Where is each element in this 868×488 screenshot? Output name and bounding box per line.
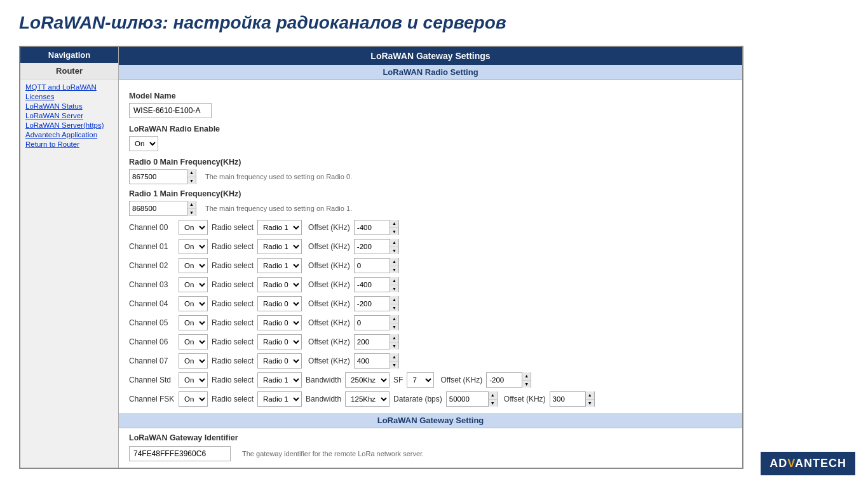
radio-select-label-4: Radio select (212, 299, 254, 308)
channel-enable-1[interactable]: On Off (179, 239, 208, 254)
offset-down-3[interactable]: ▼ (390, 285, 398, 293)
lorawan-server-https-link[interactable]: LoRaWAN Server(https) (25, 121, 113, 129)
offset-down-5[interactable]: ▼ (390, 323, 398, 331)
offset-down-0[interactable]: ▼ (390, 228, 398, 236)
gateway-id-input[interactable] (129, 446, 231, 461)
channel-label-6: Channel 06 (129, 337, 175, 346)
channel-label-0: Channel 00 (129, 223, 175, 232)
mqtt-lorawan-link[interactable]: MQTT and LoRaWAN (25, 83, 113, 91)
channel-fsk-radio[interactable]: Radio 1Radio 0 (257, 391, 302, 407)
channel-std-sf[interactable]: 789101112 (407, 372, 434, 388)
offset-down-2[interactable]: ▼ (390, 266, 398, 274)
licenses-link[interactable]: Licenses (25, 93, 113, 100)
channel-label-7: Channel 07 (129, 356, 175, 365)
channel-enable-0[interactable]: On Off (179, 220, 208, 235)
lorawan-status-link[interactable]: LoRaWAN Status (25, 102, 113, 110)
radio1-freq-down[interactable]: ▼ (187, 209, 196, 217)
radio1-freq-spinners: ▲ ▼ (187, 201, 196, 216)
channel-fsk-dr-up[interactable]: ▲ (489, 391, 497, 400)
offset-spinner-2: ▲ ▼ (354, 258, 399, 273)
radio1-freq-input[interactable] (130, 201, 187, 215)
offset-spinners-2: ▲ ▼ (390, 258, 398, 273)
radio1-freq-up[interactable]: ▲ (187, 201, 196, 209)
offset-down-4[interactable]: ▼ (390, 304, 398, 312)
radio0-freq-input[interactable] (130, 170, 187, 184)
channels-container: Channel 00 On Off Radio select Radio 0 R… (129, 220, 732, 369)
channel-radio-0[interactable]: Radio 0 Radio 1 (257, 220, 302, 235)
channel-enable-5[interactable]: On Off (179, 315, 208, 330)
channel-radio-7[interactable]: Radio 0 Radio 1 (257, 353, 302, 369)
offset-up-2[interactable]: ▲ (390, 258, 398, 266)
channel-label-4: Channel 04 (129, 299, 175, 308)
channel-std-radio[interactable]: Radio 1Radio 0 (257, 372, 302, 388)
offset-input-6[interactable] (355, 335, 390, 349)
offset-label-0: Offset (KHz) (308, 223, 350, 232)
offset-up-5[interactable]: ▲ (390, 315, 398, 323)
channel-radio-2[interactable]: Radio 0 Radio 1 (257, 258, 302, 273)
offset-input-3[interactable] (355, 278, 390, 292)
channel-std-bandwidth[interactable]: 250Khz125Khz (345, 372, 390, 388)
channel-enable-2[interactable]: On Off (179, 258, 208, 273)
offset-up-0[interactable]: ▲ (390, 220, 398, 228)
offset-spinner-1: ▲ ▼ (354, 239, 399, 254)
channel-fsk-dr-down[interactable]: ▼ (489, 400, 497, 407)
channel-row-2: Channel 02 On Off Radio select Radio 0 R… (129, 258, 732, 273)
radio0-freq-down[interactable]: ▼ (187, 177, 196, 185)
offset-input-2[interactable] (355, 259, 390, 273)
channel-fsk-offset-label: Offset (KHz) (504, 395, 546, 403)
channel-fsk-offset-input[interactable] (550, 392, 585, 406)
channel-fsk-enable[interactable]: OnOff (179, 391, 208, 407)
channel-row-1: Channel 01 On Off Radio select Radio 0 R… (129, 239, 732, 254)
channel-fsk-bandwidth[interactable]: 125Khz250Khz (345, 391, 390, 407)
channel-fsk-bw-label: Bandwidth (306, 395, 341, 403)
offset-label-6: Offset (KHz) (308, 337, 350, 346)
offset-up-1[interactable]: ▲ (390, 239, 398, 247)
offset-down-6[interactable]: ▼ (390, 342, 398, 350)
lorawan-server-link[interactable]: LoRaWAN Server (25, 112, 113, 119)
channel-row-5: Channel 05 On Off Radio select Radio 0 R… (129, 315, 732, 330)
offset-input-0[interactable] (355, 220, 390, 234)
radio-section-header: LoRaWAN Radio Setting (119, 65, 742, 80)
offset-up-3[interactable]: ▲ (390, 277, 398, 285)
radio-select-label-1: Radio select (212, 242, 254, 251)
channel-std-offset-up[interactable]: ▲ (522, 372, 531, 381)
offset-up-6[interactable]: ▲ (390, 334, 398, 342)
offset-spinners-7: ▲ ▼ (390, 353, 398, 369)
offset-down-7[interactable]: ▼ (390, 362, 398, 369)
channel-enable-6[interactable]: On Off (179, 334, 208, 349)
offset-input-1[interactable] (355, 240, 390, 254)
channel-fsk-offset-down[interactable]: ▼ (586, 400, 594, 407)
channel-std-offset-input[interactable] (487, 373, 522, 387)
channel-radio-3[interactable]: Radio 0 Radio 1 (257, 277, 302, 292)
offset-input-7[interactable] (355, 354, 390, 368)
radio0-freq-up[interactable]: ▲ (187, 169, 196, 177)
offset-down-1[interactable]: ▼ (390, 247, 398, 255)
main-header: LoRaWAN Gateway Settings (119, 47, 742, 65)
advantech-app-link[interactable]: Advantech Application (25, 131, 113, 139)
channel-enable-7[interactable]: On Off (179, 353, 208, 369)
offset-up-7[interactable]: ▲ (390, 353, 398, 362)
channel-radio-6[interactable]: Radio 0 Radio 1 (257, 334, 302, 349)
offset-up-4[interactable]: ▲ (390, 296, 398, 304)
offset-label-1: Offset (KHz) (308, 242, 350, 251)
channel-enable-3[interactable]: On Off (179, 277, 208, 292)
channel-std-label: Channel Std (129, 376, 175, 384)
radio-enable-select[interactable]: On Off (129, 136, 158, 151)
offset-input-4[interactable] (355, 297, 390, 311)
channel-std-offset-spinner: ▲ ▼ (486, 372, 531, 388)
offset-input-5[interactable] (355, 316, 390, 330)
channel-std-enable[interactable]: OnOff (179, 372, 208, 388)
channel-row-6: Channel 06 On Off Radio select Radio 0 R… (129, 334, 732, 349)
model-name-input[interactable] (129, 103, 212, 118)
channel-fsk-dr-label: Datarate (bps) (393, 395, 442, 403)
channel-fsk-offset-up[interactable]: ▲ (586, 391, 594, 400)
channel-radio-1[interactable]: Radio 0 Radio 1 (257, 239, 302, 254)
gateway-section-header: LoRaWAN Gateway Setting (119, 413, 742, 428)
channel-enable-4[interactable]: On Off (179, 296, 208, 311)
channel-radio-5[interactable]: Radio 0 Radio 1 (257, 315, 302, 330)
return-router-link[interactable]: Return to Router (25, 140, 113, 148)
channel-radio-4[interactable]: Radio 0 Radio 1 (257, 296, 302, 311)
channel-fsk-dr-input[interactable] (447, 392, 488, 406)
channel-std-offset-down[interactable]: ▼ (522, 381, 531, 388)
channel-std-offset-spinners: ▲ ▼ (522, 372, 531, 388)
